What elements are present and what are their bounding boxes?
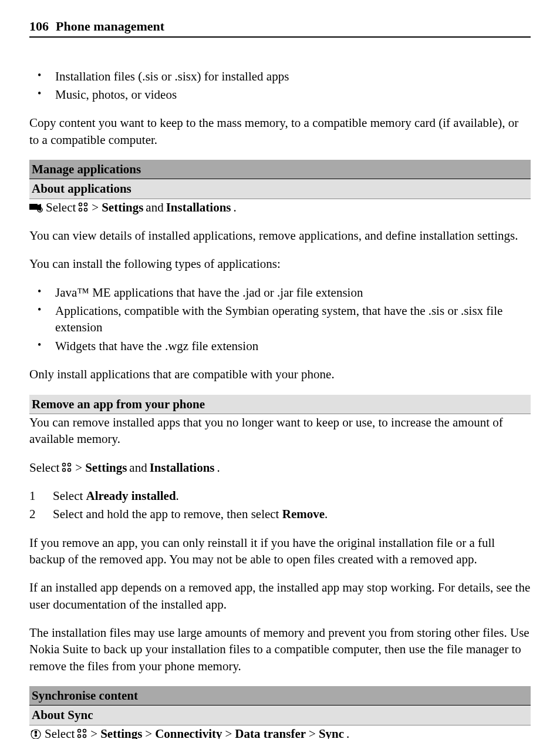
svg-point-15 bbox=[83, 729, 86, 732]
text: Select and hold the app to remove, then … bbox=[53, 507, 282, 521]
chevron-right-text: > bbox=[309, 725, 316, 739]
text: Select bbox=[45, 725, 75, 739]
step-item: 2 Select and hold the app to remove, the… bbox=[29, 506, 531, 522]
settings-tool-icon bbox=[29, 202, 43, 213]
text: Select bbox=[29, 459, 59, 476]
menu-grid-icon bbox=[78, 202, 89, 213]
list-item: Music, photos, or videos bbox=[29, 86, 531, 103]
page-title: Phone management bbox=[56, 18, 164, 35]
path-settings: Settings bbox=[85, 459, 127, 476]
list-item: Java™ ME applications that have the .jad… bbox=[29, 284, 531, 301]
svg-point-6 bbox=[85, 208, 87, 211]
path-data-transfer: Data transfer bbox=[235, 725, 306, 739]
navigation-path: Select > Settings > Connectivity > Data … bbox=[29, 725, 531, 739]
text: Select bbox=[53, 489, 86, 503]
page-header: 106 Phone management bbox=[29, 18, 531, 38]
svg-point-8 bbox=[68, 463, 71, 466]
paragraph: Copy content you want to keep to the mas… bbox=[29, 115, 531, 148]
step-number: 2 bbox=[29, 506, 36, 522]
section-subheading-about-applications: About applications bbox=[29, 179, 531, 199]
section-subheading-about-sync: About Sync bbox=[29, 706, 531, 725]
paragraph: The installation files may use large amo… bbox=[29, 624, 531, 674]
text: . bbox=[325, 507, 328, 521]
svg-point-16 bbox=[78, 734, 81, 737]
svg-rect-12 bbox=[35, 731, 37, 734]
text: . bbox=[234, 199, 237, 216]
list-item: Applications, compatible with the Symbia… bbox=[29, 303, 531, 336]
svg-point-2 bbox=[39, 209, 41, 210]
paragraph: If an installed app depends on a removed… bbox=[29, 579, 531, 613]
steps-list: 1 Select Already installed. 2 Select and… bbox=[29, 488, 531, 523]
menu-grid-icon bbox=[62, 462, 72, 473]
navigation-path: Select > Settings and Installations. bbox=[29, 199, 531, 216]
svg-point-10 bbox=[68, 468, 71, 471]
navigation-path: Select > Settings and Installations. bbox=[29, 459, 531, 476]
svg-point-17 bbox=[83, 734, 86, 737]
path-connectivity: Connectivity bbox=[155, 725, 222, 739]
path-settings: Settings bbox=[100, 725, 142, 739]
chevron-right-text: > bbox=[75, 459, 82, 476]
chevron-right-text: > bbox=[92, 199, 99, 216]
text: Select bbox=[46, 199, 76, 216]
text: . bbox=[217, 459, 220, 476]
chevron-right-text: > bbox=[225, 725, 232, 739]
svg-rect-0 bbox=[29, 204, 38, 210]
sync-icon bbox=[29, 728, 42, 739]
paragraph: You can remove installed apps that you n… bbox=[29, 414, 531, 448]
menu-grid-icon bbox=[77, 728, 87, 739]
text: and bbox=[146, 199, 163, 216]
svg-point-5 bbox=[79, 208, 82, 211]
svg-point-9 bbox=[63, 468, 66, 471]
svg-point-4 bbox=[85, 203, 87, 206]
list-item: Installation files (.sis or .sisx) for i… bbox=[29, 68, 531, 85]
paragraph: You can view details of installed applic… bbox=[29, 227, 531, 244]
page-number: 106 bbox=[29, 18, 49, 35]
svg-point-7 bbox=[63, 463, 66, 466]
text: . bbox=[176, 489, 179, 503]
path-sync: Sync bbox=[319, 725, 344, 739]
text: and bbox=[129, 459, 147, 476]
paragraph: Only install applications that are compa… bbox=[29, 366, 531, 382]
path-installations: Installations bbox=[166, 199, 231, 216]
paragraph: You can install the following types of a… bbox=[29, 256, 531, 272]
section-heading-manage-applications: Manage applications bbox=[29, 160, 531, 179]
chevron-right-text: > bbox=[145, 725, 152, 739]
bullets-app-types: Java™ ME applications that have the .jad… bbox=[29, 284, 531, 354]
svg-point-14 bbox=[78, 729, 81, 732]
chevron-right-text: > bbox=[90, 725, 97, 739]
step-item: 1 Select Already installed. bbox=[29, 488, 531, 504]
text: . bbox=[346, 725, 349, 739]
bullets-top: Installation files (.sis or .sisx) for i… bbox=[29, 68, 531, 103]
section-heading-remove-app: Remove an app from your phone bbox=[29, 395, 531, 414]
path-settings: Settings bbox=[102, 199, 143, 216]
paragraph: If you remove an app, you can only reins… bbox=[29, 535, 531, 568]
step-bold: Already installed bbox=[86, 489, 176, 503]
section-heading-synchronise: Synchronise content bbox=[29, 686, 531, 706]
step-bold: Remove bbox=[282, 507, 325, 521]
step-number: 1 bbox=[29, 488, 36, 504]
svg-point-3 bbox=[79, 203, 82, 206]
list-item: Widgets that have the .wgz file extensio… bbox=[29, 338, 531, 354]
path-installations: Installations bbox=[150, 459, 215, 476]
svg-point-13 bbox=[35, 734, 37, 737]
